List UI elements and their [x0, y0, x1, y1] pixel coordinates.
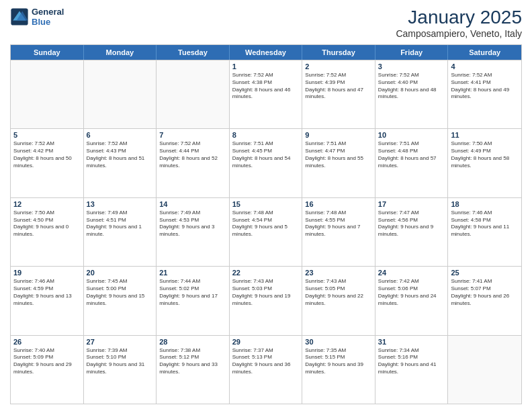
- cell-details: Sunrise: 7:51 AMSunset: 4:47 PMDaylight:…: [305, 140, 372, 169]
- cell-details: Sunrise: 7:52 AMSunset: 4:40 PMDaylight:…: [378, 72, 445, 101]
- calendar-cell: 2Sunrise: 7:52 AMSunset: 4:39 PMDaylight…: [302, 60, 375, 128]
- day-number: 1: [232, 62, 300, 71]
- cell-details: Sunrise: 7:52 AMSunset: 4:42 PMDaylight:…: [13, 140, 81, 169]
- calendar-cell: 9Sunrise: 7:51 AMSunset: 4:47 PMDaylight…: [302, 129, 375, 197]
- day-number: 6: [87, 131, 154, 139]
- day-of-week-header: Tuesday: [157, 45, 230, 60]
- calendar-cell: 10Sunrise: 7:51 AMSunset: 4:48 PMDayligh…: [375, 129, 449, 197]
- cell-details: Sunrise: 7:49 AMSunset: 4:51 PMDaylight:…: [87, 210, 154, 238]
- calendar-cell: 12Sunrise: 7:50 AMSunset: 4:50 PMDayligh…: [11, 198, 84, 266]
- day-number: 5: [13, 131, 81, 139]
- day-number: 7: [159, 131, 226, 139]
- calendar-cell: [84, 60, 157, 128]
- day-of-week-header: Friday: [375, 45, 449, 60]
- day-number: 15: [232, 200, 300, 208]
- calendar-week-row: 5Sunrise: 7:52 AMSunset: 4:42 PMDaylight…: [11, 128, 521, 197]
- calendar-cell: 22Sunrise: 7:43 AMSunset: 5:03 PMDayligh…: [230, 267, 303, 334]
- day-number: 30: [305, 338, 372, 346]
- title-section: January 2025 Camposampiero, Veneto, Ital…: [396, 7, 522, 39]
- calendar-week-row: 19Sunrise: 7:46 AMSunset: 4:59 PMDayligh…: [11, 266, 521, 334]
- cell-details: Sunrise: 7:52 AMSunset: 4:41 PMDaylight:…: [451, 72, 519, 101]
- cell-details: Sunrise: 7:46 AMSunset: 4:58 PMDaylight:…: [451, 210, 519, 238]
- calendar-cell: 20Sunrise: 7:45 AMSunset: 5:00 PMDayligh…: [84, 267, 157, 334]
- calendar-week-row: 26Sunrise: 7:40 AMSunset: 5:09 PMDayligh…: [11, 335, 521, 404]
- day-of-week-header: Wednesday: [230, 45, 303, 60]
- logo: General Blue: [10, 7, 64, 27]
- calendar-cell: 5Sunrise: 7:52 AMSunset: 4:42 PMDaylight…: [11, 129, 84, 197]
- day-number: 19: [13, 269, 81, 277]
- cell-details: Sunrise: 7:38 AMSunset: 5:12 PMDaylight:…: [159, 347, 226, 376]
- calendar-cell: 28Sunrise: 7:38 AMSunset: 5:12 PMDayligh…: [157, 336, 230, 404]
- calendar-cell: 25Sunrise: 7:41 AMSunset: 5:07 PMDayligh…: [448, 267, 521, 334]
- cell-details: Sunrise: 7:50 AMSunset: 4:50 PMDaylight:…: [13, 210, 81, 238]
- cell-details: Sunrise: 7:51 AMSunset: 4:48 PMDaylight:…: [378, 140, 445, 169]
- calendar-cell: 8Sunrise: 7:51 AMSunset: 4:45 PMDaylight…: [230, 129, 303, 197]
- calendar-cell: [448, 336, 521, 404]
- calendar-cell: 26Sunrise: 7:40 AMSunset: 5:09 PMDayligh…: [11, 336, 84, 404]
- cell-details: Sunrise: 7:52 AMSunset: 4:39 PMDaylight:…: [305, 72, 372, 101]
- day-number: 12: [13, 200, 81, 208]
- calendar-cell: 21Sunrise: 7:44 AMSunset: 5:02 PMDayligh…: [157, 267, 230, 334]
- day-number: 20: [87, 269, 154, 277]
- day-number: 9: [305, 131, 372, 139]
- calendar-cell: 30Sunrise: 7:35 AMSunset: 5:15 PMDayligh…: [302, 336, 375, 404]
- cell-details: Sunrise: 7:43 AMSunset: 5:03 PMDaylight:…: [232, 278, 300, 307]
- calendar-header: SundayMondayTuesdayWednesdayThursdayFrid…: [11, 45, 521, 60]
- calendar-week-row: 1Sunrise: 7:52 AMSunset: 4:38 PMDaylight…: [11, 60, 521, 128]
- calendar-cell: [157, 60, 230, 128]
- day-number: 10: [378, 131, 445, 139]
- cell-details: Sunrise: 7:35 AMSunset: 5:15 PMDaylight:…: [305, 347, 372, 376]
- calendar-body: 1Sunrise: 7:52 AMSunset: 4:38 PMDaylight…: [11, 60, 521, 404]
- month-title: January 2025: [396, 7, 522, 28]
- cell-details: Sunrise: 7:44 AMSunset: 5:02 PMDaylight:…: [159, 278, 226, 307]
- calendar-cell: 17Sunrise: 7:47 AMSunset: 4:56 PMDayligh…: [375, 198, 449, 266]
- day-number: 28: [159, 338, 226, 346]
- calendar-cell: 15Sunrise: 7:48 AMSunset: 4:54 PMDayligh…: [230, 198, 303, 266]
- day-of-week-header: Monday: [84, 45, 157, 60]
- day-number: 29: [232, 338, 300, 346]
- cell-details: Sunrise: 7:43 AMSunset: 5:05 PMDaylight:…: [305, 278, 372, 307]
- calendar-cell: 23Sunrise: 7:43 AMSunset: 5:05 PMDayligh…: [302, 267, 375, 334]
- day-number: 4: [451, 62, 519, 71]
- day-number: 17: [378, 200, 445, 208]
- day-of-week-header: Sunday: [11, 45, 84, 60]
- calendar-cell: 31Sunrise: 7:34 AMSunset: 5:16 PMDayligh…: [375, 336, 449, 404]
- day-number: 23: [305, 269, 372, 277]
- cell-details: Sunrise: 7:39 AMSunset: 5:10 PMDaylight:…: [87, 347, 154, 376]
- calendar-cell: 24Sunrise: 7:42 AMSunset: 5:06 PMDayligh…: [375, 267, 449, 334]
- calendar-cell: 4Sunrise: 7:52 AMSunset: 4:41 PMDaylight…: [448, 60, 521, 128]
- day-of-week-header: Saturday: [448, 45, 521, 60]
- page: General Blue January 2025 Camposampiero,…: [0, 0, 532, 411]
- day-of-week-header: Thursday: [302, 45, 375, 60]
- calendar-week-row: 12Sunrise: 7:50 AMSunset: 4:50 PMDayligh…: [11, 197, 521, 266]
- cell-details: Sunrise: 7:52 AMSunset: 4:38 PMDaylight:…: [232, 72, 300, 101]
- day-number: 13: [87, 200, 154, 208]
- location: Camposampiero, Veneto, Italy: [396, 28, 522, 39]
- day-number: 11: [451, 131, 519, 139]
- day-number: 21: [159, 269, 226, 277]
- calendar-cell: 13Sunrise: 7:49 AMSunset: 4:51 PMDayligh…: [84, 198, 157, 266]
- day-number: 14: [159, 200, 226, 208]
- cell-details: Sunrise: 7:40 AMSunset: 5:09 PMDaylight:…: [13, 347, 81, 376]
- day-number: 18: [451, 200, 519, 208]
- cell-details: Sunrise: 7:52 AMSunset: 4:43 PMDaylight:…: [87, 140, 154, 169]
- cell-details: Sunrise: 7:41 AMSunset: 5:07 PMDaylight:…: [451, 278, 519, 307]
- cell-details: Sunrise: 7:51 AMSunset: 4:45 PMDaylight:…: [232, 140, 300, 169]
- calendar-cell: 19Sunrise: 7:46 AMSunset: 4:59 PMDayligh…: [11, 267, 84, 334]
- cell-details: Sunrise: 7:48 AMSunset: 4:54 PMDaylight:…: [232, 210, 300, 238]
- cell-details: Sunrise: 7:49 AMSunset: 4:53 PMDaylight:…: [159, 210, 226, 238]
- calendar-cell: 16Sunrise: 7:48 AMSunset: 4:55 PMDayligh…: [302, 198, 375, 266]
- calendar-cell: 3Sunrise: 7:52 AMSunset: 4:40 PMDaylight…: [375, 60, 449, 128]
- day-number: 25: [451, 269, 519, 277]
- cell-details: Sunrise: 7:50 AMSunset: 4:49 PMDaylight:…: [451, 140, 519, 169]
- day-number: 3: [378, 62, 445, 71]
- calendar-cell: 1Sunrise: 7:52 AMSunset: 4:38 PMDaylight…: [230, 60, 303, 128]
- header: General Blue January 2025 Camposampiero,…: [10, 7, 522, 39]
- calendar-cell: 7Sunrise: 7:52 AMSunset: 4:44 PMDaylight…: [157, 129, 230, 197]
- cell-details: Sunrise: 7:45 AMSunset: 5:00 PMDaylight:…: [87, 278, 154, 307]
- calendar-cell: 27Sunrise: 7:39 AMSunset: 5:10 PMDayligh…: [84, 336, 157, 404]
- day-number: 31: [378, 338, 445, 346]
- calendar-cell: 6Sunrise: 7:52 AMSunset: 4:43 PMDaylight…: [84, 129, 157, 197]
- cell-details: Sunrise: 7:48 AMSunset: 4:55 PMDaylight:…: [305, 210, 372, 238]
- day-number: 2: [305, 62, 372, 71]
